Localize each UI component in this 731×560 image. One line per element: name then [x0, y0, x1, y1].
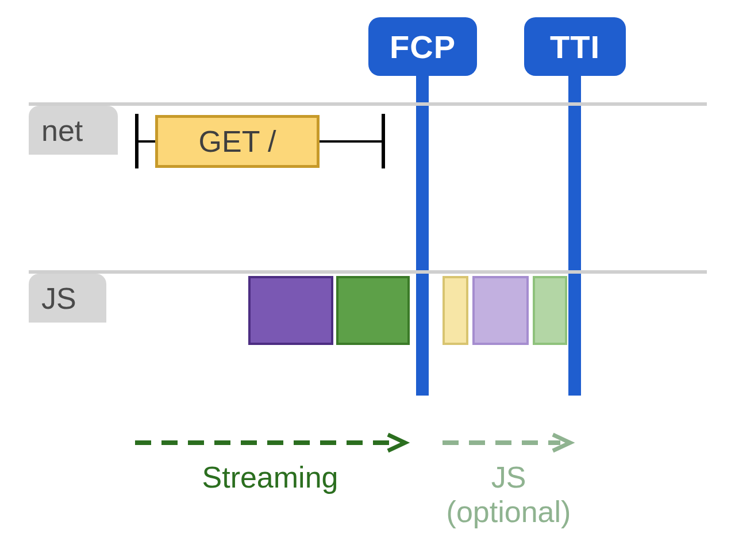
- tti-marker-line: [568, 74, 581, 396]
- js-lane-label: JS: [29, 274, 106, 323]
- fcp-marker-line: [416, 74, 429, 396]
- net-lane-label: net: [29, 106, 118, 155]
- js-block-purple: [248, 276, 333, 345]
- timeline-diagram: FCP TTI net GET / JS Streaming J: [0, 0, 731, 560]
- js-block-yellow-faded: [443, 276, 468, 345]
- streaming-arrow: [135, 431, 411, 454]
- net-whisker-stem-left: [138, 140, 156, 143]
- js-block-purple-faded: [472, 276, 529, 345]
- net-request-box: GET /: [155, 115, 320, 168]
- js-optional-phase-label: JS (optional): [443, 460, 575, 529]
- tti-label: TTI: [550, 28, 600, 66]
- streaming-phase-label: Streaming: [172, 460, 368, 494]
- js-lane-rule: [29, 270, 707, 274]
- js-block-green: [336, 276, 410, 345]
- net-request-label: GET /: [199, 124, 276, 159]
- net-lane-rule: [29, 102, 707, 106]
- fcp-label: FCP: [390, 28, 456, 66]
- js-optional-arrow: [443, 431, 575, 454]
- js-block-green-faded: [533, 276, 567, 345]
- fcp-marker-pill: FCP: [368, 17, 477, 76]
- net-whisker-right-cap: [382, 114, 385, 168]
- net-whisker-stem-right: [320, 140, 382, 143]
- tti-marker-pill: TTI: [524, 17, 626, 76]
